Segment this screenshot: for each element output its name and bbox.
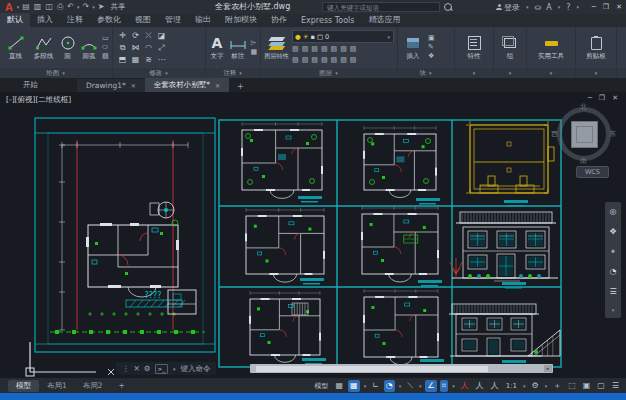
rotate-icon[interactable]: ⟳ [129,30,142,42]
array-icon[interactable]: ▦ [129,54,142,66]
nav-caret-icon[interactable]: ▾ [612,307,615,313]
trim-icon[interactable]: ⤬ [142,30,155,42]
isodraft-icon[interactable]: ⟍ [405,380,415,392]
redo-icon[interactable]: ↷ [83,0,90,14]
ribbon-tab-express[interactable]: Express Tools [294,15,362,27]
selection-cycling-icon[interactable]: ⬚ [566,380,578,392]
mirror-icon[interactable]: ⋈ [129,42,142,54]
grid-display-icon[interactable]: ▦ [334,380,346,392]
layer-tool-icon[interactable]: ▧ [321,45,328,54]
file-tab-villa[interactable]: 全套农村小别墅* ✕ [145,78,229,92]
layer-tool-icon[interactable]: ▧ [311,56,318,65]
view-cube[interactable]: 北 南 西 东 [555,105,613,163]
properties-panel-caret-icon[interactable]: ▾ [473,70,476,76]
block-edit-icon[interactable]: ▣ [428,34,435,43]
polar-tracking-icon[interactable]: ◔ [384,380,395,392]
copy-icon[interactable]: ⧉ [116,42,129,54]
command-line[interactable]: ⋮ ✕ ⚙ >_ ▾ 键入命令 [116,362,216,375]
annotation-autoscale-icon[interactable]: 人 [474,380,486,392]
app-store-icon[interactable]: ⛀ [535,3,542,12]
autodesk-a-icon[interactable]: A [546,3,551,12]
add-layout-button[interactable]: + [111,380,133,391]
panel-annotation-label[interactable]: 注释 [223,69,236,78]
ribbon-tab-manage[interactable]: 管理 [158,13,188,27]
print-icon[interactable]: ⎙ [57,0,63,14]
layer-tool-icon[interactable]: ▧ [321,56,328,65]
ellipse-tool-icon[interactable]: ⬭ [102,43,109,52]
redo-caret-icon[interactable]: ▾ [92,4,95,10]
object-snap-icon[interactable]: ⌗ [440,380,449,392]
nav-more-icon[interactable]: ☰ [609,287,616,296]
command-close-icon[interactable]: ✕ [134,364,140,373]
panel-modify-label[interactable]: 修改 [149,69,162,78]
horizontal-scrollbar[interactable]: ▸ [250,364,553,373]
viewport-controls[interactable]: [-][俯视][二维线框] [6,95,71,105]
layer-tool-icon[interactable]: ▧ [302,45,309,54]
snap-mode-icon[interactable]: ▦ [348,380,360,392]
workspace-gear-icon[interactable]: ⚙ [529,380,540,392]
properties-tool[interactable]: 特性 [461,35,487,61]
layer-tool-icon[interactable]: ▧ [340,45,347,54]
sign-in-button[interactable]: 登录 [496,2,520,13]
app-logo-icon[interactable]: A [5,2,13,13]
isodraft-caret-icon[interactable]: ▾ [419,383,422,389]
layer-tool-icon[interactable]: ▧ [311,45,318,54]
share-icon[interactable]: ➤ [98,0,105,14]
file-tab-start[interactable]: 开始 [14,78,47,92]
utilities-panel-caret-icon[interactable]: ▾ [550,70,553,76]
viewcube-south-label[interactable]: 南 [580,156,587,166]
layer-tool-icon[interactable]: ▧ [331,56,338,65]
viewcube-east-label[interactable]: 东 [609,129,616,139]
doc-close-button[interactable]: ✕ [612,94,618,102]
close-tab-icon[interactable]: ✕ [131,82,136,89]
layer-tool-icon[interactable]: ▧ [292,45,299,54]
layer-tool-icon[interactable]: ▧ [350,45,357,54]
ribbon-tab-addins[interactable]: 附加模块 [218,13,264,27]
workspace-caret-icon[interactable]: ▾ [545,383,548,389]
annotation-scale-button[interactable]: 1:1 [504,380,519,392]
line-tool[interactable]: 直线 [3,35,28,61]
clipboard-panel-caret-icon[interactable]: ▾ [595,70,598,76]
new-tab-button[interactable]: + [233,81,248,92]
paste-tool[interactable]: 剪贴板 [581,35,611,61]
ortho-mode-icon[interactable]: ∟ [370,380,381,392]
groups-panel-caret-icon[interactable]: ▾ [509,70,512,76]
layer-tool-icon[interactable]: ▧ [331,45,338,54]
ribbon-tab-annotate[interactable]: 注释 [60,13,90,27]
erase-icon[interactable]: ◪ [155,30,168,42]
measure-tool[interactable]: 实用工具 [531,35,571,61]
customize-plus-icon[interactable]: ＋ [551,380,563,392]
command-grip-icon[interactable]: ⋮ [122,364,130,373]
command-recent-icon[interactable]: >_ [155,364,168,374]
layer-properties-tool[interactable]: 图层特性 [264,35,289,61]
scrollbar-thumb[interactable] [256,366,488,372]
polar-caret-icon[interactable]: ▾ [399,383,402,389]
polyline-tool[interactable]: 多段线 [31,35,56,61]
layer-tool-icon[interactable]: ▧ [350,56,357,65]
annotation-scale-icon[interactable]: 人 [489,380,501,392]
undo-caret-icon[interactable]: ▾ [77,4,80,10]
panel-block-label[interactable]: 块 [419,69,426,78]
model-space-button[interactable]: 模型 [313,380,331,392]
command-prompt[interactable]: 键入命令 [180,364,210,374]
group-tool[interactable]: 组 [499,35,521,61]
leader-tool-icon[interactable]: ⌲ [250,39,257,48]
layer-tool-icon[interactable]: ▧ [340,56,347,65]
panel-draw-label[interactable]: 绘图 [46,69,59,78]
offset-icon[interactable]: ≋ [142,54,155,66]
ribbon-tab-home[interactable]: 默认 [0,13,30,27]
stretch-icon[interactable]: ⬒ [116,54,129,66]
fillet-icon[interactable]: ◠ [142,42,155,54]
model-tab[interactable]: 模型 [8,380,39,392]
search-input[interactable]: 键入关键字或短语 [322,2,440,12]
layout1-tab[interactable]: 布局1 [39,380,75,392]
help-caret-icon[interactable]: ▾ [576,4,579,10]
scrollbar-arrow-icon[interactable]: ▸ [544,365,552,372]
viewcube-west-label[interactable]: 西 [551,129,558,139]
drawing-area[interactable]: ???? [-][俯视][二维线框] ─ ❐ ✕ 北 南 西 东 WCS ◎ ✥… [0,92,626,378]
ribbon-tab-featured[interactable]: 精选应用 [362,13,408,27]
move-icon[interactable]: ✛ [116,30,129,42]
file-tab-drawing1[interactable]: Drawing1* ✕ [77,79,145,92]
open-folder-icon[interactable]: ▤ [22,0,30,14]
text-tool[interactable]: A 文字 [209,35,225,61]
